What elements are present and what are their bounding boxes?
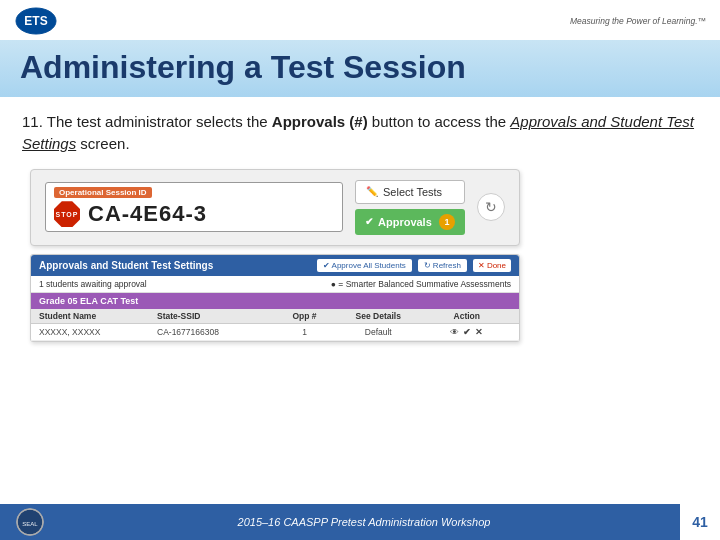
instruction-text-start: 11. The test administrator selects the <box>22 113 272 130</box>
x-circle-icon: ✕ <box>478 261 485 270</box>
deny-x-icon[interactable]: ✕ <box>475 327 483 337</box>
col-header-details: See Details <box>334 311 423 321</box>
session-id-text: CA-4E64-3 <box>88 201 207 227</box>
student-details: Default <box>334 327 423 337</box>
top-bar: ETS Measuring the Power of Learning.™ <box>0 0 720 40</box>
footer-text: 2015–16 CAASPP Pretest Administration Wo… <box>238 516 491 528</box>
approvals-button[interactable]: ✔ Approvals 1 <box>355 209 465 235</box>
svg-text:ETS: ETS <box>24 14 47 28</box>
grade-row: Grade 05 ELA CAT Test <box>31 293 519 309</box>
approvals-panel: Approvals and Student Test Settings ✔ Ap… <box>30 254 520 342</box>
refresh-button[interactable]: ↻ <box>477 193 505 221</box>
approvals-count-badge: 1 <box>439 214 455 230</box>
col-header-name: Student Name <box>39 311 157 321</box>
footer: SEAL 2015–16 CAASPP Pretest Administrati… <box>0 504 720 540</box>
instruction-text: 11. The test administrator selects the A… <box>22 111 698 155</box>
table-header-row: Student Name State-SSID Opp # See Detail… <box>31 309 519 324</box>
ui-mockup: Operational Session ID STOP CA-4E64-3 ✏️… <box>30 169 698 342</box>
approvals-sub-bar: 1 students awaiting approval ● = Smarter… <box>31 276 519 293</box>
refresh-approvals-icon: ↻ <box>424 261 431 270</box>
student-name: XXXXX, XXXXX <box>39 327 157 337</box>
approve-check-icon[interactable]: ✔ <box>463 327 471 337</box>
session-buttons: ✏️ Select Tests ✔ Approvals 1 <box>355 180 465 235</box>
pencil-icon: ✏️ <box>366 186 378 197</box>
svg-text:SEAL: SEAL <box>22 521 38 527</box>
refresh-icon: ↻ <box>485 199 497 215</box>
select-tests-button[interactable]: ✏️ Select Tests <box>355 180 465 204</box>
checkmark-icon: ✔ <box>365 216 373 227</box>
session-panel: Operational Session ID STOP CA-4E64-3 ✏️… <box>30 169 520 246</box>
instruction-text-mid: button to access the <box>368 113 511 130</box>
instruction-text-end: screen. <box>76 135 129 152</box>
col-header-opp: Opp # <box>275 311 334 321</box>
footer-page-number: 41 <box>680 504 720 540</box>
approve-all-icon: ✔ <box>323 261 330 270</box>
refresh-approvals-button[interactable]: ↻ Refresh <box>418 259 467 272</box>
page-header: Administering a Test Session <box>0 40 720 97</box>
student-opp: 1 <box>275 327 334 337</box>
approvals-panel-header: Approvals and Student Test Settings ✔ Ap… <box>31 255 519 276</box>
done-button[interactable]: ✕ Done <box>473 259 511 272</box>
eye-icon[interactable]: 👁 <box>450 327 459 337</box>
awaiting-approval-text: 1 students awaiting approval <box>39 279 147 289</box>
state-seal-icon: SEAL <box>12 507 48 537</box>
stop-badge: STOP <box>54 201 80 227</box>
tagline: Measuring the Power of Learning.™ <box>570 16 706 26</box>
session-id-value: STOP CA-4E64-3 <box>54 201 207 227</box>
table-row: XXXXX, XXXXX CA-1677166308 1 Default 👁 ✔… <box>31 324 519 341</box>
ets-logo-icon: ETS <box>14 6 58 36</box>
instruction-bold: Approvals (#) <box>272 113 368 130</box>
approvals-header-actions: ✔ Approve All Students ↻ Refresh ✕ Done <box>317 259 511 272</box>
col-header-ssid: State-SSID <box>157 311 275 321</box>
legend-text: ● = Smarter Balanced Summative Assessmen… <box>331 279 511 289</box>
student-ssid: CA-1677166308 <box>157 327 275 337</box>
approvals-panel-title: Approvals and Student Test Settings <box>39 260 213 271</box>
page-title: Administering a Test Session <box>20 50 700 85</box>
content-area: 11. The test administrator selects the A… <box>0 97 720 352</box>
action-icons: 👁 ✔ ✕ <box>423 327 512 337</box>
col-header-action: Action <box>423 311 512 321</box>
session-id-box: Operational Session ID STOP CA-4E64-3 <box>45 182 343 232</box>
approve-all-button[interactable]: ✔ Approve All Students <box>317 259 412 272</box>
session-id-label: Operational Session ID <box>54 187 152 198</box>
